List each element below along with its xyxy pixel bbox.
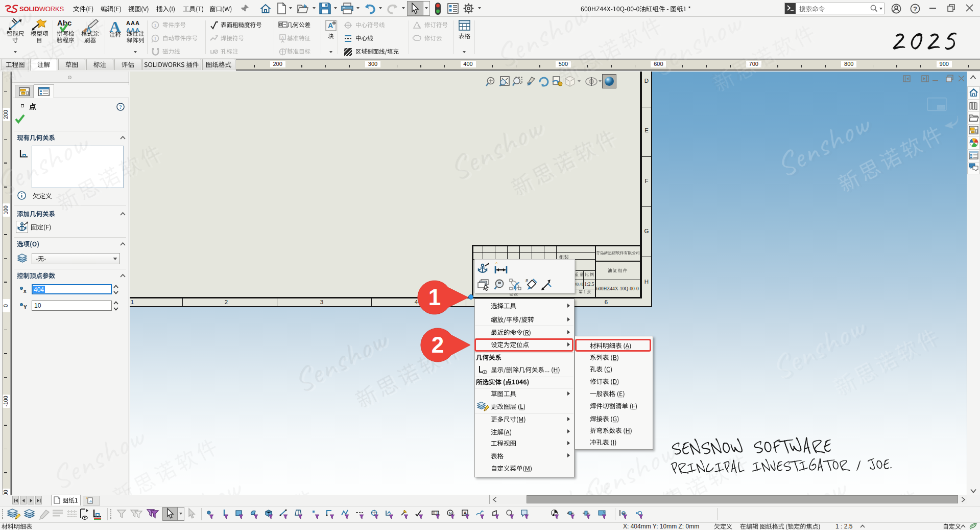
svg-text:Y: Y (23, 305, 27, 310)
svg-text:?: ? (913, 5, 917, 13)
svg-text:?: ? (119, 104, 122, 110)
svg-text:AAA: AAA (126, 27, 140, 33)
svg-text:A: A (281, 35, 284, 39)
svg-text:1: 1 (154, 36, 156, 41)
svg-text:1: 1 (154, 23, 156, 28)
svg-text:SOLIDWORKS: SOLIDWORKS (19, 5, 64, 13)
svg-text:2: 2 (432, 332, 444, 357)
svg-text:1: 1 (428, 285, 441, 310)
svg-text:AAA: AAA (126, 20, 140, 26)
svg-text:#: # (525, 278, 528, 283)
svg-text:A: A (86, 26, 91, 33)
svg-text:A1: A1 (285, 48, 290, 51)
svg-text:A: A (328, 21, 333, 30)
svg-text:Abc: Abc (57, 18, 71, 27)
svg-text:x: x (23, 288, 27, 294)
